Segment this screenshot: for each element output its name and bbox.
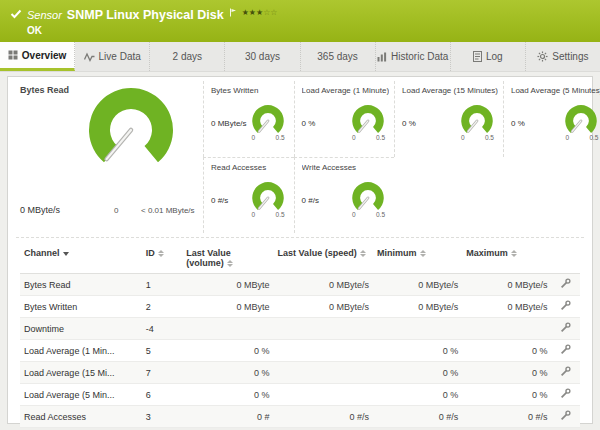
- col-header-channel[interactable]: Channel: [20, 245, 142, 274]
- minimum-cell: 0 %: [373, 362, 462, 384]
- tab-365-days[interactable]: 365 days: [301, 42, 376, 71]
- section-divider: [16, 237, 584, 238]
- speed-cell: [274, 340, 373, 362]
- volume-cell: 0 %: [182, 384, 273, 406]
- tab-label: Live Data: [99, 51, 141, 62]
- id-cell: 1: [142, 274, 183, 296]
- sensor-kind-label: Sensor: [27, 9, 62, 21]
- small-gauges-grid: Bytes Written 0 MByte/s 0 0.5 Lo: [203, 81, 588, 233]
- small-gauge-bytes-written: Bytes Written 0 MByte/s 0 0.5: [203, 81, 294, 157]
- wrench-icon[interactable]: [552, 384, 580, 406]
- gauge-scale-max: 0.5: [276, 211, 285, 218]
- tab-overview[interactable]: Overview: [0, 42, 75, 71]
- sort-arrows-icon: [63, 252, 69, 256]
- gauge-label: Load Average (5 Minutes): [511, 86, 600, 95]
- table-row: Read Accesses 3 0 # 0 #/s 0 #/s 0 #/s: [20, 406, 580, 428]
- document-icon: [473, 51, 482, 62]
- gauge-label: Bytes Read: [20, 85, 69, 95]
- wrench-icon[interactable]: [552, 362, 580, 384]
- tab-log[interactable]: Log: [451, 42, 526, 71]
- pulse-icon: [84, 52, 95, 62]
- gauge-scale-min: 0: [252, 134, 256, 141]
- id-cell: 3: [142, 406, 183, 428]
- maximum-cell: 0 MByte/s: [462, 296, 551, 318]
- speed-cell: [274, 318, 373, 340]
- wrench-icon[interactable]: [552, 318, 580, 340]
- table-row: Load Average (5 Min... 6 0 % 0 % 0 %: [20, 384, 580, 406]
- col-header-id[interactable]: ID: [142, 245, 183, 274]
- gauge-label: Load Average (1 Minute): [302, 86, 389, 95]
- tab-historic-data[interactable]: Historic Data: [376, 42, 451, 71]
- small-gauge-load-average-15-minutes: Load Average (15 Minutes) 0 % 0 0.5: [394, 81, 503, 157]
- col-header-last-value-speed[interactable]: Last Value (speed): [274, 245, 373, 274]
- header-title-line: Sensor SNMP Linux Physical Disk ★★★☆☆: [0, 0, 600, 24]
- channel-cell: Bytes Written: [20, 296, 142, 318]
- maximum-cell: [462, 318, 551, 340]
- gauge-scale-max: 0.5: [589, 134, 598, 141]
- minimum-cell: 0 %: [373, 340, 462, 362]
- tab-label: 2 days: [173, 51, 202, 62]
- maximum-cell: 0 MByte/s: [462, 274, 551, 296]
- tab-settings[interactable]: Settings: [526, 42, 600, 71]
- minimum-cell: 0 MByte/s: [373, 296, 462, 318]
- maximum-cell: 0 %: [462, 384, 551, 406]
- tab-label: Settings: [552, 51, 588, 62]
- gauge-scale-max: 0.5: [485, 134, 494, 141]
- gauge-label: Write Accesses: [302, 163, 389, 172]
- priority-stars[interactable]: ★★★☆☆: [242, 8, 278, 17]
- maximum-cell: 0 %: [462, 340, 551, 362]
- sort-arrows-icon: [227, 260, 233, 267]
- gauge-scale-min: 0: [565, 134, 569, 141]
- tab-bar: Overview Live Data 2 days 30 days 365 da…: [0, 42, 600, 72]
- table-row: Bytes Written 2 0 MByte 0 MByte/s 0 MByt…: [20, 296, 580, 318]
- channel-cell: Downtime: [20, 318, 142, 340]
- gauge-scale-max: 0.5: [376, 211, 385, 218]
- volume-cell: 0 %: [182, 340, 273, 362]
- channel-cell: Bytes Read: [20, 274, 142, 296]
- gauge-label: Read Accesses: [211, 163, 289, 172]
- table-header-row: Channel ID Last Value (volume) Last Valu…: [20, 245, 580, 274]
- wrench-icon[interactable]: [552, 340, 580, 362]
- speed-cell: 0 #/s: [274, 406, 373, 428]
- gauge-current-value: 0 MByte/s: [20, 205, 60, 215]
- col-header-last-value-volume[interactable]: Last Value (volume): [182, 245, 273, 274]
- minimum-cell: 0 #/s: [373, 406, 462, 428]
- gauge-scale-min: 0: [352, 211, 356, 218]
- grid-icon: [8, 50, 18, 60]
- gauge-scale-max: 0.5: [376, 134, 385, 141]
- id-cell: 7: [142, 362, 183, 384]
- small-gauge-write-accesses: Write Accesses 0 #/s 0 0.5: [294, 157, 394, 233]
- volume-cell: 0 %: [182, 362, 273, 384]
- tab-2-days[interactable]: 2 days: [150, 42, 225, 71]
- id-cell: 2: [142, 296, 183, 318]
- flag-icon: [229, 3, 237, 21]
- speed-cell: [274, 384, 373, 406]
- table-row: Load Average (15 Mi... 7 0 % 0 % 0 %: [20, 362, 580, 384]
- gauge-label: Bytes Written: [211, 86, 289, 95]
- channel-cell: Load Average (15 Mi...: [20, 362, 142, 384]
- col-header-minimum[interactable]: Minimum: [373, 245, 462, 274]
- small-gauge-read-accesses: Read Accesses 0 #/s 0 0.5: [203, 157, 294, 233]
- gauge-current-value: 0 %: [511, 119, 560, 128]
- volume-cell: [182, 318, 273, 340]
- tab-live-data[interactable]: Live Data: [75, 42, 150, 71]
- gear-icon: [537, 51, 548, 62]
- stars-empty: ☆☆: [263, 8, 277, 17]
- id-cell: -4: [142, 318, 183, 340]
- gauge-current-value: 0 #/s: [211, 196, 247, 205]
- sensor-page: Sensor SNMP Linux Physical Disk ★★★☆☆ OK…: [0, 0, 600, 430]
- wrench-icon[interactable]: [552, 406, 580, 428]
- channel-cell: Load Average (1 Min...: [20, 340, 142, 362]
- col-header-maximum[interactable]: Maximum: [462, 245, 551, 274]
- small-gauge-load-average-5-minutes: Load Average (5 Minutes) 0 % 0 0.5: [503, 81, 600, 157]
- volume-cell: 0 MByte: [182, 274, 273, 296]
- minimum-cell: [373, 318, 462, 340]
- channel-cell: Read Accesses: [20, 406, 142, 428]
- channel-table: Channel ID Last Value (volume) Last Valu…: [20, 245, 580, 430]
- tab-30-days[interactable]: 30 days: [225, 42, 300, 71]
- id-cell: 5: [142, 340, 183, 362]
- wrench-icon[interactable]: [552, 274, 580, 296]
- tab-label: Historic Data: [391, 51, 448, 62]
- sort-arrows-icon: [511, 250, 517, 257]
- wrench-icon[interactable]: [552, 296, 580, 318]
